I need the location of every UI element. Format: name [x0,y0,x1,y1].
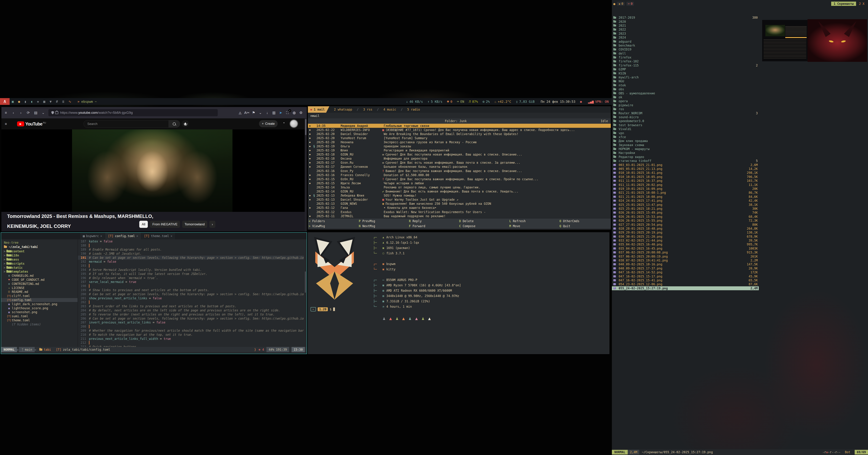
app-launcher-icon[interactable]: ▼ [50,100,52,103]
mail-row[interactable]: ● 2025-02-12 Гала • Клиенты для вашего б… [308,206,611,210]
tab-screenshots[interactable]: 1 Скриншоты [831,2,856,6]
tree-item[interactable]: ♥ CODE_OF_CONDUCT.md [1,278,78,282]
file-row[interactable]: 026_26-01-2025_15-53.png 68,4K [612,215,759,219]
tree-item[interactable]: ▦ lighthouse_score.png [1,306,78,310]
mail-row[interactable]: ● 2025-02-20 YunoHost Forum [YunoHost Fo… [308,136,611,140]
tree-item[interactable]: [T] theme.toml [1,318,78,322]
browser-scrollbar[interactable] [305,118,307,231]
buffer-tab[interactable]: [T] config.toml × [105,233,141,239]
file-row[interactable]: НОРКОМ - маршруты [612,147,759,151]
file-row[interactable]: Дом клик продажа [612,139,759,143]
mail-row[interactable]: 2025-02-16 Ozon_Py !Важно! Для Вас посту… [308,169,611,173]
app-launcher-icon[interactable]: ▣ [12,100,14,103]
file-row[interactable]: 037_06-02-2025_20:08:19.png 261K [612,254,759,258]
extension-icon[interactable]: ⌄ [257,110,264,115]
tree-item[interactable]: (7 hidden items) [1,322,78,326]
tree-item[interactable]: > scripts [1,261,78,265]
code-buffer[interactable]: 187 katex = false 188 ▎ 189 # Enable Mer… [78,239,304,347]
search-input[interactable]: Search [84,120,180,128]
tab-whatsapp[interactable]: 2 whatsapp [334,108,352,111]
file-row[interactable]: GIMP [612,67,759,71]
mail-row[interactable]: ● 2025-02-17 Даниил Сотников Большое обн… [308,165,611,169]
chevron-icon[interactable]: > [2,250,6,253]
tree-item[interactable]: > static [1,265,78,270]
file-row[interactable]: 055_24-02-2025_15:27:19.png 2,4M [612,286,759,290]
chevron-icon[interactable]: > [2,266,6,269]
filter-chip[interactable]: All [139,221,148,228]
file-row[interactable]: 040_09-02-2025_10-16.png 147,5K [612,262,759,266]
scrollbar-thumb[interactable] [305,271,306,293]
forward-icon[interactable]: › [18,111,24,115]
file-row[interactable]: COVID19 [612,47,759,52]
mail-row[interactable]: ● 2025-02-16 Frances Connolly Donation o… [308,173,611,177]
file-row[interactable]: 030_30-01-2025_21-20.png 678,9K [612,234,759,238]
file-row[interactable]: 2020 [612,20,759,24]
file-row[interactable]: 026_26-01-2025_15-55.png 72,3K [612,219,759,223]
filter-chip[interactable]: › [209,221,215,228]
file-row[interactable]: 2023 [612,32,759,36]
tree-item[interactable]: ▦ screenshot.png [1,310,78,314]
mail-row[interactable]: 2025-02-14 OZON_RU ✔Внимание! Для Вас ес… [308,190,611,194]
file-row[interactable]: Router_NORCOM 3 [612,111,759,115]
file-row[interactable]: Настройки [612,151,759,155]
buffer-tab[interactable]: ▤ bspwmrc × [80,233,105,239]
filter-chip[interactable]: From iNEGATIVE [150,221,180,228]
file-row[interactable]: Звуковая схема [612,143,759,147]
file-row[interactable]: 040_09-02-2025_17-37.png 20,9K [612,266,759,270]
file-row[interactable]: 010_10-01-2025_16-41.png 298,1K [612,171,759,175]
file-row[interactable]: Редактор видео [612,155,759,159]
back-icon[interactable]: ‹ [10,111,17,115]
extension-icon[interactable]: ⚑ [250,110,257,115]
youtube-menu-icon[interactable]: ≡ [3,122,9,126]
extension-icon[interactable]: ↓ [264,111,271,115]
mail-row[interactable]: ● 2025-02-18 Оксана Информация для дирек… [308,157,611,161]
video-thumbnail[interactable] [72,129,232,212]
file-row[interactable]: 2024 [612,36,759,39]
file-row[interactable]: firefox-115 2 [612,63,759,67]
tree-item[interactable]: ▦ light_dark_screenshot.png [1,302,78,306]
tree-item[interactable]: [T] sumi.toml [1,314,78,318]
file-row[interactable]: test browsers [612,123,759,127]
app-launcher-icon[interactable]: ∿ [68,100,71,103]
file-row[interactable]: 025_25-01-2025_13-47.png 38,1K [612,203,759,206]
file-row[interactable]: 037_06-02-2025_20:08:08.png 915,3K [612,251,759,254]
file-row[interactable]: pipewire [612,103,759,107]
mail-row[interactable]: ● 2025-02-22 WILDBERRIES-INFO ▩(ИЗВЕЩЕНИ… [308,128,611,132]
app-launcher-icon[interactable]: ≣ [62,100,64,103]
mail-row[interactable]: 2025-02-12 Exodus Exodus Wallet: New Ver… [308,210,611,214]
file-row[interactable]: 2017-2019 380 [612,15,759,20]
voice-search-button[interactable] [182,120,189,127]
file-row[interactable]: sound-micro [612,115,759,119]
file-row[interactable]: opera [612,99,759,103]
mail-row[interactable]: ● 2025-02-13 Daniel Shnaider ▦Your Warmy… [308,198,611,202]
file-row[interactable]: 026_26-01-2025_15-49.png 74K [612,210,759,215]
extension-icon[interactable]: ⚙ [298,110,304,115]
tree-item[interactable]: ≣ CHANGELOG.md [1,274,78,278]
search-button[interactable] [168,120,180,127]
file-row[interactable]: 033_02-02-2025_21-44.png 39,5K [612,238,759,242]
tree-item[interactable]: ✻ CONTRIBUTING.md [1,282,78,286]
file-row[interactable]: 047_16-02-2025_15-17.png 45,9K [612,274,759,278]
tab-rss[interactable]: 3 rss [363,108,372,111]
create-button[interactable]: + Create [259,120,278,127]
file-row[interactable]: ntek [612,84,759,87]
file-row[interactable]: 019_19-01-2025_16-09.png 20K [612,187,759,191]
file-row[interactable]: 047_16-02-2025_15-41.png 65,5K [612,278,759,282]
buffer-tab[interactable]: [T] theme.toml × [141,233,175,239]
mail-row[interactable]: ● 2025-02-20 Неонила Экспресс-доставка г… [308,140,611,144]
mail-row[interactable]: ● 2025-02-20 Daniel Shnaider We Are Brea… [308,132,611,136]
file-row[interactable]: 011_11-01-2025_16-37.png 103,7K [612,179,759,183]
shell-prompt[interactable]: ~ 1.20 $ [311,307,335,312]
tree-item[interactable]: [T] config.toml [1,298,78,302]
neo-tree-root[interactable]: ~/zola_tabi/tabi [4,245,38,249]
file-row[interactable]: ros [612,107,759,111]
mail-row[interactable]: 2025-02-14 Эльза Реклама от первого лица… [308,185,611,189]
mail-row[interactable]: ● 2025-02-19 Юлия Регистрация и Ликвидац… [308,149,611,153]
file-row[interactable]: 2021 [612,24,759,28]
caret-down-icon[interactable]: ⌄ [40,110,46,115]
extension-icon[interactable]: ▥ [271,110,277,115]
tree-item[interactable]: > templates [1,270,78,274]
tab-music[interactable]: 4 music [383,108,396,111]
editor-scrollbar[interactable] [305,239,306,347]
workspace-label[interactable]: ebspwm ~ [81,100,97,103]
